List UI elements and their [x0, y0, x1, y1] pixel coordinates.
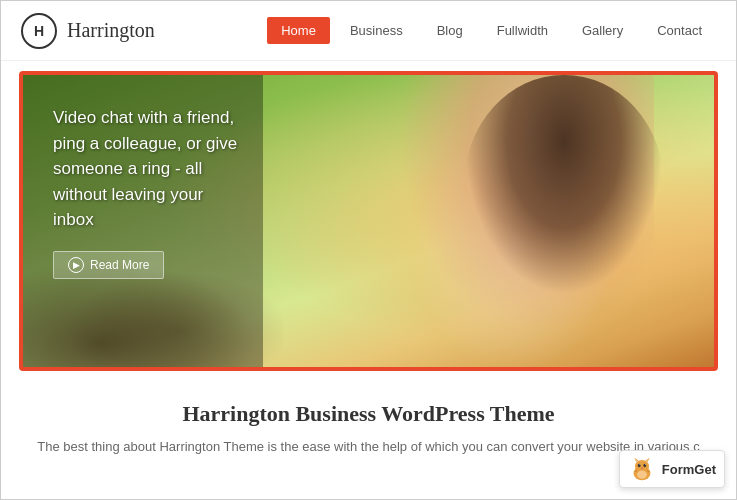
nav-home[interactable]: Home	[267, 17, 330, 44]
content-title: Harrington Business WordPress Theme	[31, 401, 706, 427]
formget-mascot-icon	[628, 455, 656, 483]
hero-text-block: Video chat with a friend, ping a colleag…	[53, 105, 243, 279]
formget-label: FormGet	[662, 462, 716, 477]
svg-point-11	[637, 470, 647, 478]
svg-point-9	[645, 464, 646, 465]
content-description: The best thing about Harrington Theme is…	[31, 437, 706, 458]
hero-arrow-icon: ▶	[68, 257, 84, 273]
nav-fullwidth[interactable]: Fullwidth	[483, 17, 562, 44]
site-logo-text: Harrington	[67, 19, 155, 42]
browser-window: H Harrington Home Business Blog Fullwidt…	[0, 0, 737, 500]
svg-point-8	[639, 464, 640, 465]
hero-read-more-button[interactable]: ▶ Read More	[53, 251, 164, 279]
logo-icon: H	[21, 13, 57, 49]
formget-badge[interactable]: FormGet	[619, 450, 725, 488]
nav-blog[interactable]: Blog	[423, 17, 477, 44]
hero-section: Video chat with a friend, ping a colleag…	[19, 71, 718, 371]
site-header: H Harrington Home Business Blog Fullwidt…	[1, 1, 736, 61]
svg-point-6	[638, 464, 641, 468]
nav-business[interactable]: Business	[336, 17, 417, 44]
hero-hair	[464, 75, 664, 295]
main-nav: Home Business Blog Fullwidth Gallery Con…	[267, 17, 716, 44]
nav-gallery[interactable]: Gallery	[568, 17, 637, 44]
nav-contact[interactable]: Contact	[643, 17, 716, 44]
svg-point-7	[643, 464, 646, 468]
hero-wrapper: Video chat with a friend, ping a colleag…	[1, 61, 736, 381]
hero-title: Video chat with a friend, ping a colleag…	[53, 105, 243, 233]
